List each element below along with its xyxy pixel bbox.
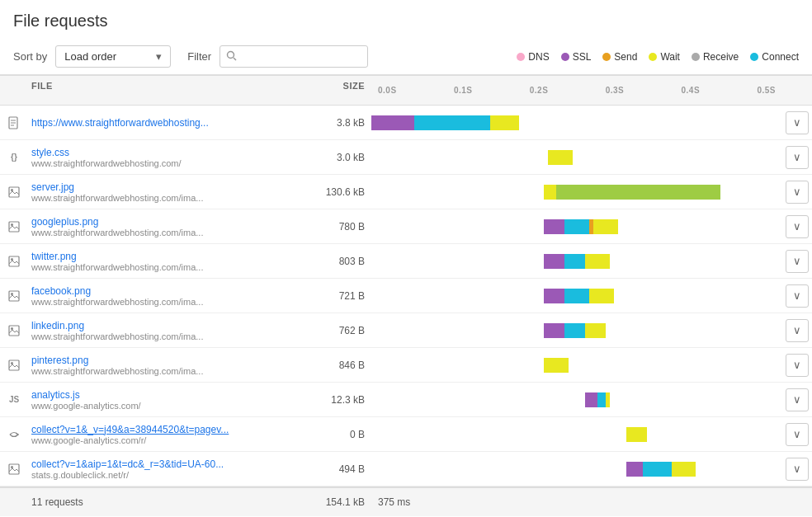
bar-segment — [544, 323, 564, 338]
file-type-icon — [0, 325, 25, 336]
file-link[interactable]: collect?v=1&aip=1&t=dc&_r=3&tid=UA-60... — [31, 458, 287, 470]
svg-rect-12 — [9, 291, 19, 301]
expand-button[interactable]: ∨ — [786, 319, 809, 342]
file-link[interactable]: collect?v=1&_v=j49&a=38944520&t=pagev... — [31, 424, 287, 435]
bar-segment — [371, 115, 414, 130]
expand-button[interactable]: ∨ — [786, 181, 809, 204]
timeline-bar-wrap — [371, 150, 782, 165]
bar-segment — [585, 254, 610, 269]
file-info-cell: googleplus.pngwww.straightforwardwebhost… — [25, 213, 305, 241]
tick-label: 0.2s — [530, 86, 549, 95]
th-timeline: 0.0s0.1s0.2s0.3s0.4s0.5s — [371, 76, 782, 105]
file-link[interactable]: twitter.png — [31, 251, 287, 262]
file-size: 846 B — [305, 356, 371, 374]
file-type-icon — [0, 429, 25, 440]
svg-point-0 — [228, 51, 234, 58]
file-size: 12.3 kB — [305, 391, 371, 409]
legend-label: SSL — [573, 51, 592, 63]
expand-button[interactable]: ∨ — [786, 146, 809, 169]
legend-color — [750, 53, 758, 61]
th-icon — [0, 76, 25, 105]
file-url: www.google-analytics.com/r/ — [31, 435, 287, 445]
file-link[interactable]: pinterest.png — [31, 355, 287, 366]
legend-color — [517, 53, 525, 61]
bar-segment — [585, 323, 606, 338]
expand-button[interactable]: ∨ — [786, 284, 809, 308]
svg-rect-14 — [9, 326, 19, 336]
table-header: FILE SIZE 0.0s0.1s0.2s0.3s0.4s0.5s — [0, 75, 812, 106]
file-link[interactable]: server.jpg — [31, 181, 287, 193]
bar-segment — [544, 219, 564, 234]
bar-segment — [672, 462, 696, 477]
table-row: facebook.pngwww.straightforwardwebhostin… — [0, 279, 812, 313]
svg-point-15 — [11, 327, 13, 330]
timeline-bar-wrap — [371, 289, 782, 303]
legend-label: Receive — [703, 51, 739, 63]
file-type-icon — [0, 256, 25, 267]
file-type-icon — [0, 290, 25, 302]
timeline-ticks: 0.0s0.1s0.2s0.3s0.4s0.5s — [378, 81, 776, 100]
file-link[interactable]: https://www.straightforwardwebhosting... — [31, 117, 287, 129]
expand-button[interactable]: ∨ — [786, 111, 809, 134]
bar-segment — [593, 219, 618, 234]
svg-rect-10 — [9, 256, 19, 266]
bar-segment — [544, 185, 556, 200]
table-row: {}style.csswww.straightforwardwebhosting… — [0, 140, 812, 175]
file-link[interactable]: googleplus.png — [31, 216, 287, 228]
sort-select[interactable]: Load order ▾ — [55, 45, 171, 68]
expand-button[interactable]: ∨ — [786, 215, 809, 238]
timeline-cell — [371, 106, 782, 139]
legend-item: Receive — [692, 51, 739, 63]
expand-button[interactable]: ∨ — [786, 250, 809, 273]
bar-segment — [589, 289, 614, 303]
timeline-cell — [371, 383, 782, 416]
timeline-bar-wrap — [371, 392, 782, 407]
filter-input[interactable] — [220, 45, 368, 68]
file-size: 494 B — [305, 460, 371, 478]
legend-label: Send — [614, 51, 637, 63]
legend-item: Wait — [649, 51, 680, 63]
bar-segment — [626, 462, 643, 477]
file-url: www.straightforwardwebhosting.com/ — [31, 158, 287, 168]
file-url: www.straightforwardwebhosting.com/ima... — [31, 366, 287, 376]
timeline-cell — [371, 348, 782, 382]
file-link[interactable]: linkedin.png — [31, 320, 287, 331]
bar-segment — [548, 150, 573, 165]
file-info-cell: twitter.pngwww.straightforwardwebhosting… — [25, 247, 305, 275]
file-info-cell: collect?v=1&aip=1&t=dc&_r=3&tid=UA-60...… — [25, 455, 305, 483]
toolbar: Sort by Load order ▾ Filter DNSSSLSendWa… — [0, 39, 812, 75]
timeline-cell — [371, 279, 782, 313]
legend-item: DNS — [517, 51, 549, 63]
table-row: https://www.straightforwardwebhosting...… — [0, 106, 812, 140]
tick-label: 0.5s — [757, 86, 776, 95]
bar-segment — [544, 289, 564, 303]
file-link[interactable]: style.css — [31, 147, 287, 158]
timeline-bar-wrap — [371, 323, 782, 338]
file-info-cell: analytics.jswww.google-analytics.com/ — [25, 386, 305, 414]
timeline-cell — [371, 175, 782, 209]
file-size: 780 B — [305, 218, 371, 236]
timeline-cell — [371, 417, 782, 451]
expand-button[interactable]: ∨ — [786, 354, 809, 377]
timeline-bar-wrap — [371, 358, 782, 373]
file-type-icon — [0, 186, 25, 198]
expand-button[interactable]: ∨ — [786, 388, 809, 411]
file-size: 3.8 kB — [305, 114, 371, 132]
file-link[interactable]: facebook.png — [31, 285, 287, 297]
footer-size: 154.1 kB — [305, 493, 371, 511]
sort-label: Sort by — [13, 50, 47, 63]
table-body: https://www.straightforwardwebhosting...… — [0, 106, 812, 486]
file-info-cell: linkedin.pngwww.straightforwardwebhostin… — [25, 317, 305, 345]
svg-rect-8 — [9, 222, 19, 232]
legend-color — [692, 53, 700, 61]
bar-segment — [564, 219, 589, 234]
file-link[interactable]: analytics.js — [31, 389, 287, 401]
bar-segment — [544, 358, 569, 373]
bar-segment — [585, 392, 597, 407]
bar-segment — [544, 254, 564, 269]
file-info-cell: facebook.pngwww.straightforwardwebhostin… — [25, 282, 305, 310]
svg-point-7 — [11, 189, 13, 191]
svg-rect-6 — [9, 187, 19, 197]
expand-button[interactable]: ∨ — [786, 458, 809, 481]
expand-button[interactable]: ∨ — [786, 423, 809, 446]
